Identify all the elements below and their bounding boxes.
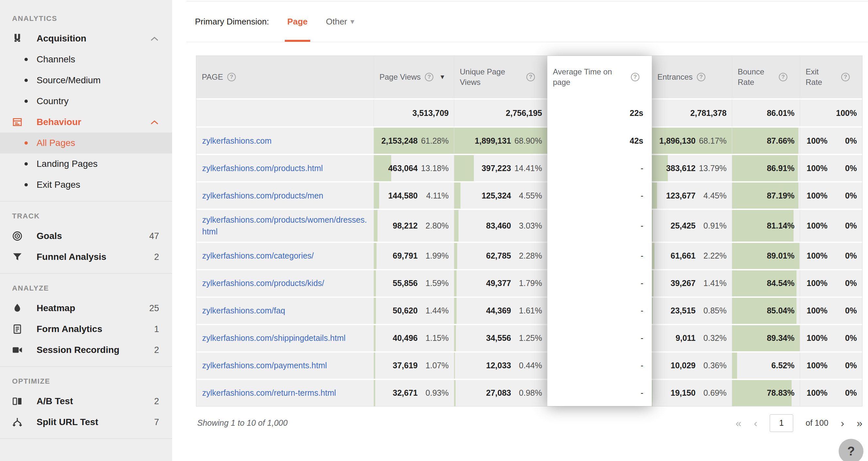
sidebar-item-split-url-test[interactable]: Split URL Test 7: [0, 412, 172, 433]
sidebar-item-acquisition[interactable]: Acquisition: [0, 28, 172, 49]
page-link[interactable]: zylkerfashions.com/return-terms.html: [202, 387, 336, 399]
flame-icon: [12, 303, 23, 314]
page-link[interactable]: zylkerfashions.com/faq: [202, 305, 285, 316]
sidebar-item-exit-pages[interactable]: Exit Pages: [0, 174, 172, 195]
pages-table: PAGE ? Page Views ? ▼ Unique Page Views …: [196, 56, 863, 406]
main-content: Primary Dimension: Page Other▾ PAGE ? Pa…: [172, 0, 868, 461]
sort-desc-icon[interactable]: ▼: [439, 73, 445, 81]
table-row-page-cell: zylkerfashions.com/products/women/dresse…: [196, 210, 374, 242]
summary-page-views: 3,513,709: [374, 99, 454, 126]
sidebar-item-channels[interactable]: Channels: [0, 49, 172, 70]
bounce-rate-cell: 85.04%: [732, 298, 800, 324]
showing-range-label: Showing 1 to 10 of 1,000: [197, 418, 288, 428]
bounce-rate-cell: 87.19%: [732, 183, 800, 209]
sidebar-item-source-medium[interactable]: Source/Medium: [0, 70, 172, 91]
table-row-page-cell: zylkerfashions.com/products/kids/: [196, 270, 374, 297]
page-number-input[interactable]: [770, 414, 793, 432]
item-count: 1: [154, 324, 159, 334]
sidebar-item-goals[interactable]: Goals 47: [0, 225, 172, 246]
item-count: 25: [149, 303, 159, 313]
page-views-cell: 463,06413.18%: [374, 155, 454, 181]
help-tooltip-icon[interactable]: ?: [425, 73, 433, 81]
divider: [0, 366, 172, 367]
bounce-rate-cell: 84.54%: [732, 270, 800, 297]
page-link[interactable]: zylkerfashions.com/products.html: [202, 162, 323, 174]
page-link[interactable]: zylkerfashions.com/products/women/dresse…: [202, 214, 368, 238]
first-page-button[interactable]: «: [736, 418, 742, 428]
summary-unique-page-views: 2,756,195: [454, 99, 547, 126]
help-tooltip-icon[interactable]: ?: [841, 73, 850, 81]
sidebar-item-ab-test[interactable]: A/B Test 2: [0, 391, 172, 412]
help-tooltip-icon[interactable]: ?: [779, 73, 787, 81]
exit-rate-cell: 100%0%: [800, 298, 862, 324]
exit-rate-cell: 100%0%: [800, 352, 862, 379]
sidebar-item-country[interactable]: Country: [0, 91, 172, 112]
divider: [0, 273, 172, 274]
chevron-up-icon[interactable]: [150, 36, 159, 41]
tab-page[interactable]: Page: [284, 1, 311, 42]
bounce-rate-cell: 6.52%: [732, 352, 800, 379]
bounce-rate-cell: 81.14%: [732, 210, 800, 242]
entrances-cell: 25,4250.91%: [652, 210, 732, 242]
bullet-icon: [25, 79, 28, 82]
entrances-cell: 23,5150.85%: [652, 298, 732, 324]
item-count: 2: [154, 252, 159, 262]
column-header-average-time-on-page[interactable]: Average Time on page ?: [547, 56, 652, 98]
exit-rate-cell: 100%0%: [800, 325, 862, 351]
entrances-cell: 19,1500.69%: [652, 380, 732, 406]
page-link[interactable]: zylkerfashions.com/products/kids/: [202, 277, 324, 289]
entrances-cell: 61,6612.22%: [652, 243, 732, 269]
avg-time-cell: 42s: [547, 128, 652, 154]
tab-other[interactable]: Other▾: [323, 1, 358, 42]
chevron-up-icon[interactable]: [150, 119, 159, 125]
divider: [0, 201, 172, 202]
unique-page-views-cell: 44,3691.61%: [454, 298, 547, 324]
unique-page-views-cell: 125,3244.55%: [454, 183, 547, 209]
sidebar-item-landing-pages[interactable]: Landing Pages: [0, 153, 172, 174]
bullet-icon: [25, 58, 28, 61]
page-link[interactable]: zylkerfashions.com: [202, 135, 272, 147]
page-link[interactable]: zylkerfashions.com/payments.html: [202, 360, 327, 371]
pagination: « ‹ of 100 › »: [736, 414, 863, 432]
page-views-cell: 50,6201.44%: [374, 298, 454, 324]
summary-page-cell: [196, 99, 374, 126]
sidebar-item-heatmap[interactable]: Heatmap 25: [0, 298, 172, 319]
page-views-cell: 32,6710.93%: [374, 380, 454, 406]
help-tooltip-icon[interactable]: ?: [697, 73, 705, 81]
help-tooltip-icon[interactable]: ?: [227, 73, 236, 81]
entrances-cell: 9,0110.32%: [652, 325, 732, 351]
page-link[interactable]: zylkerfashions.com/categories/: [202, 250, 314, 262]
primary-dimension-bar: Primary Dimension: Page Other▾: [186, 1, 868, 42]
table-footer: Showing 1 to 10 of 1,000 « ‹ of 100 › »: [196, 414, 863, 432]
sidebar-item-form-analytics[interactable]: Form Analytics 1: [0, 319, 172, 340]
sidebar-item-all-pages[interactable]: All Pages: [0, 132, 172, 153]
column-header-entrances[interactable]: Entrances ?: [652, 56, 732, 98]
entrances-cell: 1,896,13068.17%: [652, 128, 732, 154]
sidebar-item-behaviour[interactable]: Behaviour: [0, 112, 172, 132]
help-tooltip-icon[interactable]: ?: [631, 73, 640, 81]
help-tooltip-icon[interactable]: ?: [526, 73, 535, 81]
page-views-cell: 55,8561.59%: [374, 270, 454, 297]
exit-rate-cell: 100%0%: [800, 210, 862, 242]
help-button[interactable]: ?: [839, 439, 863, 461]
column-header-bounce-rate[interactable]: Bounce Rate ?: [732, 56, 800, 98]
behaviour-list-icon: [12, 117, 23, 128]
page-link[interactable]: zylkerfashions.com/products/men: [202, 190, 323, 202]
sidebar-item-session-recording[interactable]: Session Recording 2: [0, 340, 172, 361]
prev-page-button[interactable]: ‹: [754, 418, 757, 428]
next-page-button[interactable]: ›: [841, 418, 844, 428]
page-link[interactable]: zylkerfashions.com/shippingdetails.html: [202, 332, 345, 344]
last-page-button[interactable]: »: [857, 418, 863, 428]
column-header-page[interactable]: PAGE ?: [196, 56, 374, 98]
avg-time-cell: -: [547, 183, 652, 209]
section-header-analytics: ANALYTICS: [0, 5, 172, 28]
column-header-page-views[interactable]: Page Views ? ▼: [374, 56, 454, 98]
column-header-unique-page-views[interactable]: Unique Page Views ?: [454, 56, 547, 98]
column-header-exit-rate[interactable]: Exit Rate ?: [800, 56, 862, 98]
sidebar-item-funnel-analysis[interactable]: Funnel Analysis 2: [0, 246, 172, 267]
avg-time-cell: -: [547, 210, 652, 242]
table-row-page-cell: zylkerfashions.com/categories/: [196, 243, 374, 269]
sidebar: ANALYTICS Acquisition Channels Source/Me…: [0, 0, 172, 461]
magnet-icon: [12, 33, 23, 44]
avg-time-cell: -: [547, 155, 652, 181]
